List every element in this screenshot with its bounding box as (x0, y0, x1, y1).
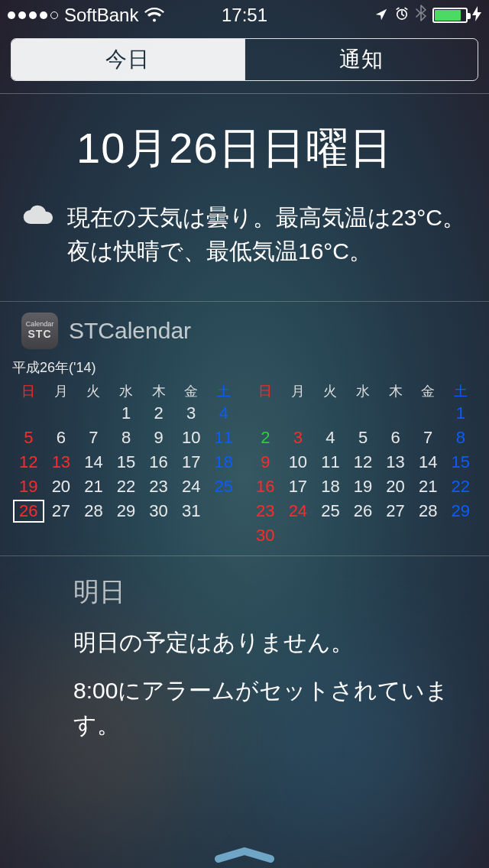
calendar-day[interactable]: 16 (249, 474, 282, 499)
calendar-day[interactable]: 24 (282, 499, 315, 523)
calendar-day[interactable]: 21 (77, 474, 110, 499)
calendar-day[interactable]: 4 (314, 426, 347, 450)
calendar-day (379, 401, 412, 426)
calendar-day[interactable]: 18 (314, 474, 347, 499)
calendar-day[interactable]: 5 (347, 426, 380, 450)
calendar-day[interactable]: 19 (12, 474, 45, 499)
calendar-day (45, 401, 78, 426)
calendar-day (379, 523, 412, 548)
calendar-day[interactable]: 31 (175, 499, 208, 523)
calendar-day[interactable]: 15 (444, 450, 477, 474)
calendar-day (249, 401, 282, 426)
calendar-day (77, 401, 110, 426)
weekday-label: 金 (175, 381, 208, 401)
calendar-day[interactable]: 24 (175, 474, 208, 499)
calendar-day[interactable]: 22 (110, 474, 143, 499)
calendar-day[interactable]: 27 (45, 499, 78, 523)
weather-summary: 現在の天気は曇り。最高気温は23°C。夜は快晴で、最低気温16°C。 (0, 201, 489, 301)
weekday-label: 日 (12, 381, 45, 401)
tab-notifications[interactable]: 通知 (244, 39, 478, 80)
calendar-day[interactable]: 25 (314, 499, 347, 523)
calendar-day[interactable]: 8 (444, 426, 477, 450)
calendar-day[interactable]: 10 (175, 426, 208, 450)
calendar-day (282, 401, 315, 426)
calendar-day[interactable]: 28 (412, 499, 445, 523)
calendar-day[interactable]: 19 (347, 474, 380, 499)
calendar-day[interactable]: 29 (444, 499, 477, 523)
calendar-day (347, 523, 380, 548)
calendar-day[interactable]: 15 (110, 450, 143, 474)
calendar-day[interactable]: 13 (45, 450, 78, 474)
calendar-day[interactable]: 11 (207, 426, 240, 450)
calendar-month-left[interactable]: 日月火水木金土123456789101112131415161718192021… (12, 381, 240, 548)
stcalendar-app-icon[interactable]: Calendar STC (21, 313, 58, 349)
calendar-day[interactable]: 3 (282, 426, 315, 450)
calendar-day[interactable]: 5 (12, 426, 45, 450)
weekday-label: 日 (249, 381, 282, 401)
calendar-day[interactable]: 8 (110, 426, 143, 450)
calendar-day[interactable]: 23 (142, 474, 175, 499)
calendar-day[interactable]: 7 (412, 426, 445, 450)
calendar-day[interactable]: 22 (444, 474, 477, 499)
tomorrow-no-events: 明日の予定はありません。 (0, 620, 489, 669)
calendar-day[interactable]: 23 (249, 499, 282, 523)
calendar-day[interactable]: 17 (282, 474, 315, 499)
calendar-day[interactable]: 17 (175, 450, 208, 474)
calendar-day (412, 401, 445, 426)
calendar-day[interactable]: 14 (77, 450, 110, 474)
calendar-month-right[interactable]: 日月火水木金土123456789101112131415161718192021… (249, 381, 477, 548)
weekday-label: 木 (142, 381, 175, 401)
calendar-day[interactable]: 6 (379, 426, 412, 450)
tomorrow-title: 明日 (0, 556, 489, 620)
calendar-day[interactable]: 26 (347, 499, 380, 523)
calendar-day[interactable]: 7 (77, 426, 110, 450)
weekday-label: 土 (207, 381, 240, 401)
calendar-day[interactable]: 21 (412, 474, 445, 499)
calendar-day[interactable]: 2 (142, 401, 175, 426)
calendar-day[interactable]: 4 (207, 401, 240, 426)
calendar-day[interactable]: 26 (12, 499, 45, 523)
pull-handle[interactable] (0, 847, 489, 863)
calendar-day[interactable]: 1 (110, 401, 143, 426)
calendar-day[interactable]: 30 (142, 499, 175, 523)
tab-today[interactable]: 今日 (11, 39, 244, 80)
calendar-day[interactable]: 6 (45, 426, 78, 450)
today-date-heading: 10月26日日曜日 (0, 94, 489, 201)
calendar-day[interactable]: 10 (282, 450, 315, 474)
widget-title: STCalendar (69, 318, 191, 344)
weekday-label: 水 (110, 381, 143, 401)
calendar-day[interactable]: 14 (412, 450, 445, 474)
calendar-day[interactable]: 9 (249, 450, 282, 474)
calendar-day[interactable]: 16 (142, 450, 175, 474)
calendar-day[interactable]: 28 (77, 499, 110, 523)
calendar-day[interactable]: 9 (142, 426, 175, 450)
calendar-day[interactable]: 3 (175, 401, 208, 426)
today-notifications-tabs: 今日 通知 (11, 38, 478, 81)
cloud-icon (21, 201, 67, 267)
calendar-day[interactable]: 13 (379, 450, 412, 474)
calendar-day (12, 401, 45, 426)
battery-icon (432, 8, 468, 23)
era-label: 平成26年('14) (0, 357, 489, 381)
calendar-day[interactable]: 27 (379, 499, 412, 523)
calendar-day[interactable]: 18 (207, 450, 240, 474)
calendar-day[interactable]: 29 (110, 499, 143, 523)
weekday-label: 火 (77, 381, 110, 401)
calendar-day[interactable]: 2 (249, 426, 282, 450)
calendar-day[interactable]: 11 (314, 450, 347, 474)
calendar-day (314, 401, 347, 426)
calendar-day[interactable]: 20 (379, 474, 412, 499)
weekday-label: 火 (314, 381, 347, 401)
calendar-day[interactable]: 20 (45, 474, 78, 499)
calendar-day[interactable]: 25 (207, 474, 240, 499)
stcalendar-widget: Calendar STC STCalendar 平成26年('14) 日月火水木… (0, 301, 489, 556)
calendar-day[interactable]: 12 (12, 450, 45, 474)
weekday-label: 水 (347, 381, 380, 401)
weather-text: 現在の天気は曇り。最高気温は23°C。夜は快晴で、最低気温16°C。 (67, 201, 468, 267)
calendar-day[interactable]: 1 (444, 401, 477, 426)
status-bar: SoftBank 17:51 (0, 0, 489, 31)
weekday-label: 土 (444, 381, 477, 401)
calendar-day[interactable]: 30 (249, 523, 282, 548)
weekday-label: 木 (379, 381, 412, 401)
calendar-day[interactable]: 12 (347, 450, 380, 474)
